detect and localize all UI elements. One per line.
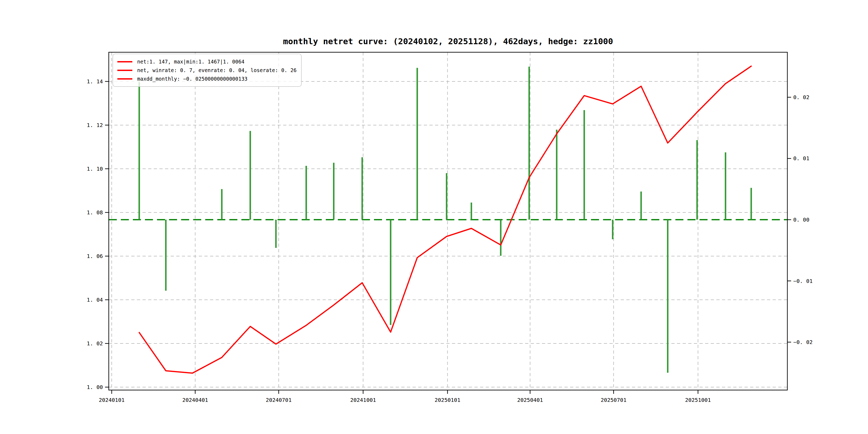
x-tick-label: 20251001	[685, 397, 711, 403]
right-tick-label: −0. 01	[793, 278, 812, 284]
right-tick-label: 0. 02	[793, 94, 809, 100]
left-tick-label: 1. 06	[87, 253, 103, 259]
legend-label: maxdd_monthly: −0. 02500000000000133	[137, 76, 248, 82]
left-tick-label: 1. 00	[87, 384, 103, 390]
x-tick-label: 20241001	[350, 397, 376, 403]
right-tick-label: 0. 01	[793, 155, 809, 161]
left-tick-label: 1. 02	[87, 340, 103, 347]
left-tick-label: 1. 14	[87, 78, 103, 85]
legend-line-swatch	[117, 61, 132, 62]
x-tick-label: 20240401	[182, 397, 208, 403]
left-tick-label: 1. 04	[87, 297, 103, 303]
legend-item-winrate: net, winrate: 0. 7, evenrate: 0. 04, los…	[117, 66, 296, 74]
chart-title: monthly netret curve: (20240102, 2025112…	[109, 36, 787, 46]
left-tick-label: 1. 12	[87, 122, 103, 128]
x-tick-label: 20250101	[435, 397, 460, 403]
x-tick-label: 20240701	[266, 397, 291, 403]
legend-item-net: net:1. 147, max|min:1. 1467|1. 0064	[117, 57, 296, 66]
legend: net:1. 147, max|min:1. 1467|1. 0064 net,…	[113, 54, 302, 87]
plot-border	[109, 52, 787, 390]
x-tick-label: 20250401	[517, 397, 543, 403]
legend-line-swatch	[117, 78, 132, 80]
legend-label: net:1. 147, max|min:1. 1467|1. 0064	[137, 59, 244, 65]
left-tick-label: 1. 10	[87, 165, 103, 172]
legend-line-swatch	[117, 70, 132, 71]
left-tick-label: 1. 08	[87, 209, 103, 216]
x-tick-label: 20240101	[99, 397, 125, 403]
right-tick-label: −0. 02	[793, 339, 812, 345]
right-tick-label: 0. 00	[793, 216, 809, 223]
legend-label: net, winrate: 0. 7, evenrate: 0. 04, los…	[137, 67, 297, 73]
legend-item-maxdd: maxdd_monthly: −0. 02500000000000133	[117, 74, 296, 83]
x-tick-label: 20250701	[601, 397, 626, 403]
figure-root: 2024010120240401202407012024100120250101…	[0, 0, 868, 434]
